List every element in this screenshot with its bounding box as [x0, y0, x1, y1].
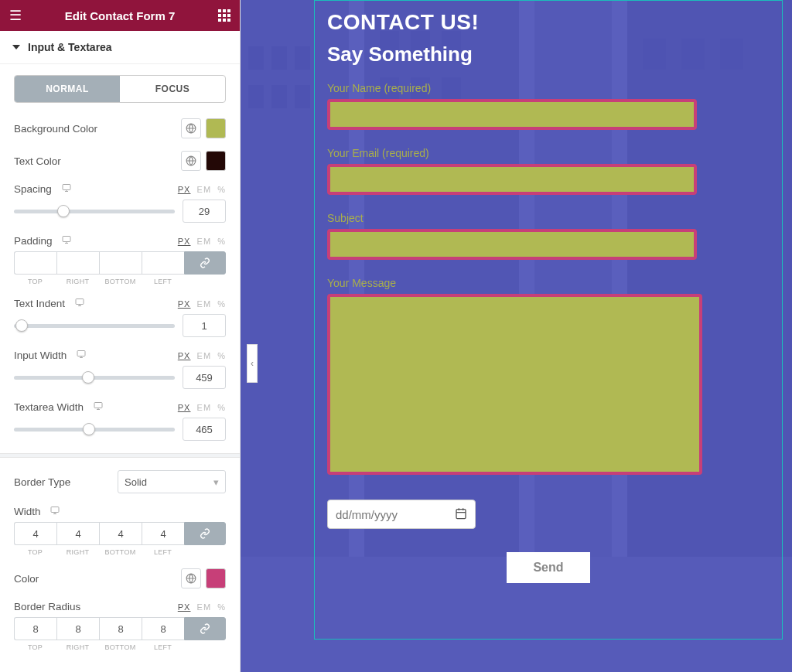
section-title: Input & Textarea — [28, 41, 112, 53]
svg-rect-15 — [94, 403, 102, 408]
message-textarea[interactable] — [327, 294, 702, 475]
text-color-label: Text Color — [14, 155, 61, 167]
svg-rect-11 — [63, 185, 70, 190]
border-width-bottom-input[interactable] — [99, 522, 142, 545]
border-radius-left-input[interactable] — [142, 617, 184, 640]
padding-left-input[interactable] — [142, 251, 184, 275]
form-subtitle: Say Something — [327, 43, 770, 67]
text-indent-label: Text Indent — [14, 298, 85, 309]
preview-canvas: ‹ CONTACT US! Say Something Your Name (r… — [241, 0, 792, 672]
svg-rect-13 — [76, 299, 84, 305]
background-color-label: Background Color — [14, 123, 97, 135]
input-width-label: Input Width — [14, 350, 87, 361]
unit-selector[interactable]: PX EM % — [178, 403, 226, 412]
subject-input[interactable] — [327, 229, 697, 260]
editor-sidebar: ☰ Edit Contact Form 7 Input & Textarea N… — [0, 0, 241, 672]
padding-top-input[interactable] — [14, 251, 56, 275]
send-button[interactable]: Send — [507, 552, 590, 583]
email-input[interactable] — [327, 164, 697, 195]
menu-icon[interactable]: ☰ — [9, 7, 22, 24]
spacing-input[interactable] — [183, 200, 226, 223]
border-type-label: Border Type — [14, 476, 70, 488]
link-values-button[interactable] — [184, 522, 226, 545]
unit-selector[interactable]: PX EM % — [178, 299, 226, 309]
email-label: Your Email (required) — [327, 147, 770, 159]
link-values-button[interactable] — [184, 617, 226, 640]
contact-form: CONTACT US! Say Something Your Name (req… — [314, 0, 783, 640]
border-width-left-input[interactable] — [142, 522, 184, 545]
text-indent-slider[interactable] — [14, 324, 175, 328]
svg-rect-8 — [227, 19, 230, 22]
textarea-width-input[interactable] — [183, 418, 226, 441]
border-width-top-input[interactable] — [14, 522, 56, 545]
section-header[interactable]: Input & Textarea — [0, 31, 240, 64]
spacing-slider[interactable] — [14, 210, 175, 213]
padding-right-input[interactable] — [56, 251, 99, 275]
responsive-icon[interactable] — [61, 183, 72, 193]
svg-rect-39 — [456, 509, 466, 518]
border-color-swatch[interactable] — [206, 568, 226, 588]
textarea-width-slider[interactable] — [14, 428, 175, 432]
editor-title: Edit Contact Form 7 — [65, 9, 176, 22]
svg-rect-7 — [223, 19, 226, 22]
section-divider — [0, 453, 240, 458]
apps-grid-icon[interactable] — [218, 9, 230, 22]
border-type-select[interactable]: Solid ▾ — [118, 470, 226, 493]
tab-normal[interactable]: NORMAL — [15, 76, 120, 102]
svg-rect-6 — [218, 19, 221, 22]
caret-down-icon — [12, 45, 20, 49]
border-radius-label: Border Radius — [14, 601, 80, 612]
border-radius-bottom-input[interactable] — [99, 617, 142, 640]
padding-label: Padding — [14, 235, 72, 247]
calendar-icon — [455, 507, 467, 522]
unit-selector[interactable]: PX EM % — [178, 237, 226, 246]
tab-focus[interactable]: FOCUS — [120, 76, 225, 102]
sidebar-header: ☰ Edit Contact Form 7 — [0, 0, 240, 31]
textarea-width-label: Textarea Width — [14, 401, 104, 413]
global-color-button[interactable] — [181, 118, 201, 138]
svg-rect-4 — [223, 14, 226, 17]
form-title: CONTACT US! — [327, 10, 770, 35]
input-width-slider[interactable] — [14, 376, 175, 380]
svg-rect-1 — [223, 9, 226, 12]
border-radius-top-input[interactable] — [14, 617, 56, 640]
subject-label: Subject — [327, 212, 770, 224]
controls-panel: NORMAL FOCUS Background Color Text Color — [0, 64, 240, 672]
unit-selector[interactable]: PX EM % — [178, 351, 226, 360]
border-radius-right-input[interactable] — [56, 617, 99, 640]
svg-rect-12 — [63, 237, 70, 242]
chevron-down-icon: ▾ — [213, 476, 219, 488]
border-width-right-input[interactable] — [56, 522, 99, 545]
text-indent-input[interactable] — [183, 314, 226, 337]
svg-rect-14 — [77, 351, 85, 356]
date-input[interactable]: dd/mm/yyyy — [327, 500, 476, 529]
svg-rect-0 — [218, 9, 221, 12]
collapse-panel-button[interactable]: ‹ — [247, 344, 258, 383]
responsive-icon[interactable] — [93, 401, 104, 411]
responsive-icon[interactable] — [74, 298, 85, 307]
responsive-icon[interactable] — [76, 350, 87, 359]
message-label: Your Message — [327, 277, 770, 289]
svg-rect-16 — [51, 507, 59, 513]
responsive-icon[interactable] — [61, 235, 72, 244]
padding-bottom-input[interactable] — [99, 251, 142, 275]
spacing-label: Spacing — [14, 183, 72, 195]
border-width-label: Width — [14, 506, 60, 517]
global-color-button[interactable] — [181, 568, 201, 588]
svg-rect-5 — [227, 14, 230, 17]
unit-selector[interactable]: PX EM % — [178, 602, 226, 612]
state-tabs: NORMAL FOCUS — [14, 75, 226, 103]
svg-rect-2 — [227, 9, 230, 12]
unit-selector[interactable]: PX EM % — [178, 185, 226, 194]
background-color-swatch[interactable] — [206, 118, 226, 138]
responsive-icon[interactable] — [50, 506, 60, 515]
svg-rect-3 — [218, 14, 221, 17]
border-color-label: Color — [14, 573, 39, 585]
link-values-button[interactable] — [184, 251, 226, 275]
name-input[interactable] — [327, 99, 697, 130]
input-width-input[interactable] — [183, 366, 226, 389]
name-label: Your Name (required) — [327, 82, 770, 94]
global-color-button[interactable] — [181, 151, 201, 171]
text-color-swatch[interactable] — [206, 151, 226, 171]
